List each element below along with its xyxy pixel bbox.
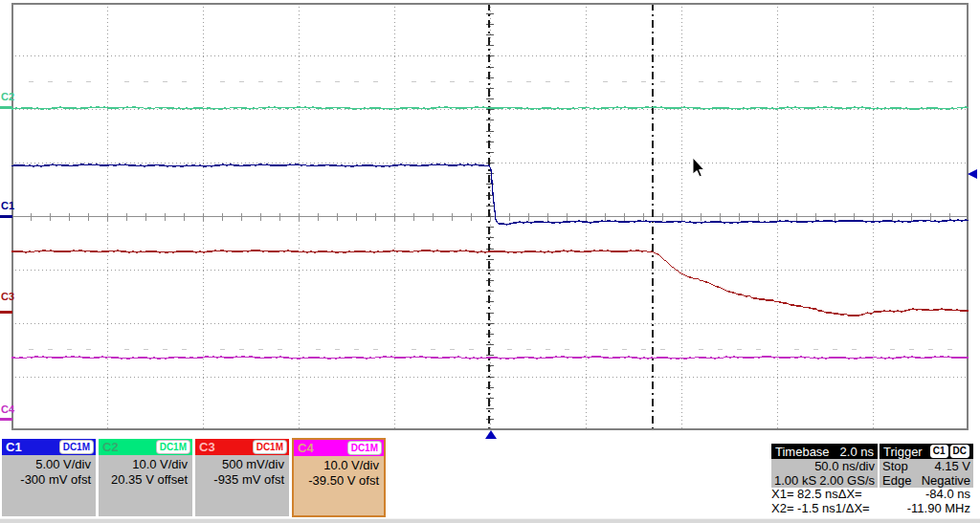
cursor-readout: X1= 82.5 ns ΔX= -84.0 ns X2= -1.5 ns 1/Δ…	[771, 487, 970, 515]
timebase-samples: 1.00 kS	[774, 473, 816, 488]
trigger-type: Edge	[882, 473, 911, 488]
oscilloscope-screen: C2C1C3C4 C1 DC1M 5.00 V/div -300 mV ofst…	[0, 0, 980, 523]
axis-offset-marker-c2[interactable]	[0, 106, 12, 109]
trigger-time-marker[interactable]	[485, 430, 497, 439]
channel-header-c1: C1 DC1M	[2, 439, 96, 455]
coupling-badge[interactable]: DC1M	[156, 440, 190, 454]
cursor-x1: X1= 82.5 ns	[771, 487, 838, 501]
timebase-per-div: 50.0 ns/div	[774, 459, 875, 473]
trigger-coupling-badge[interactable]: DC	[950, 445, 969, 458]
cursor-dx: -84.0 ns	[862, 487, 970, 501]
channel-box-c4[interactable]: C4 DC1M 10.0 V/div -39.50 V ofst	[292, 438, 386, 517]
channel-offset: -935 mV ofst	[195, 472, 284, 488]
channel-box-c1[interactable]: C1 DC1M 5.00 V/div -300 mV ofst	[2, 439, 96, 516]
trace-c2[interactable]	[11, 107, 969, 109]
channel-scale: 5.00 V/div	[2, 457, 91, 472]
channel-header-c2: C2 DC1M	[99, 439, 192, 455]
channel-label: C1	[6, 440, 22, 454]
mouse-cursor-icon	[692, 158, 705, 178]
waveform-display[interactable]	[11, 3, 969, 430]
channel-scale: 500 mV/div	[195, 457, 284, 472]
channel-scale: 10.0 V/div	[99, 457, 188, 472]
timebase-box[interactable]: Timebase 2.0 ns 50.0 ns/div 1.00 kS 2.00…	[771, 444, 878, 488]
channel-label: C2	[102, 440, 119, 454]
channel-offset: -39.50 V ofst	[294, 473, 379, 489]
timebase-rate: 2.00 GS/s	[819, 473, 875, 488]
axis-label-c3: C3	[1, 292, 14, 302]
timebase-title: Timebase	[775, 445, 830, 459]
coupling-badge[interactable]: DC1M	[59, 440, 94, 454]
trace-c4[interactable]	[11, 357, 969, 359]
channel-header-c3: C3 DC1M	[195, 439, 289, 455]
axis-offset-marker-c1[interactable]	[0, 215, 12, 218]
cursor-dx-label: ΔX=	[838, 487, 862, 501]
channel-scale: 10.0 V/div	[294, 458, 379, 473]
trigger-title: Trigger	[883, 445, 923, 459]
cursor-invdx-label: 1/ΔX=	[835, 501, 870, 515]
axis-offset-marker-c4[interactable]	[0, 418, 12, 421]
channel-offset: -300 mV ofst	[2, 472, 91, 488]
coupling-badge[interactable]: DC1M	[253, 440, 287, 454]
channel-label: C4	[298, 441, 314, 455]
trigger-level: 4.15 V	[934, 459, 970, 473]
cursor-x2: X2= -1.5 ns	[771, 501, 835, 515]
axis-label-c2: C2	[1, 92, 14, 102]
trigger-slope: Negative	[922, 473, 970, 488]
axis-label-c4: C4	[1, 404, 14, 415]
axis-offset-marker-c3[interactable]	[0, 311, 12, 314]
channel-box-c2[interactable]: C2 DC1M 10.0 V/div 20.35 V offset	[99, 439, 192, 516]
coupling-badge[interactable]: DC1M	[347, 441, 382, 455]
timebase-delay: 2.0 ns	[840, 445, 874, 459]
channel-label: C3	[199, 440, 215, 454]
axis-label-c1: C1	[1, 201, 14, 211]
cursor-invdx: -11.90 MHz	[870, 501, 970, 515]
trigger-level-marker[interactable]	[968, 169, 977, 179]
channel-offset: 20.35 V offset	[99, 472, 188, 488]
trigger-box[interactable]: Trigger C1 DC Stop 4.15 V Edge Negative	[880, 444, 973, 488]
channel-box-c3[interactable]: C3 DC1M 500 mV/div -935 mV ofst	[195, 439, 289, 516]
bottom-strip	[0, 518, 980, 523]
trigger-source-badge[interactable]: C1	[930, 445, 948, 458]
channel-header-c4: C4 DC1M	[294, 440, 384, 456]
trigger-mode: Stop	[882, 459, 908, 473]
